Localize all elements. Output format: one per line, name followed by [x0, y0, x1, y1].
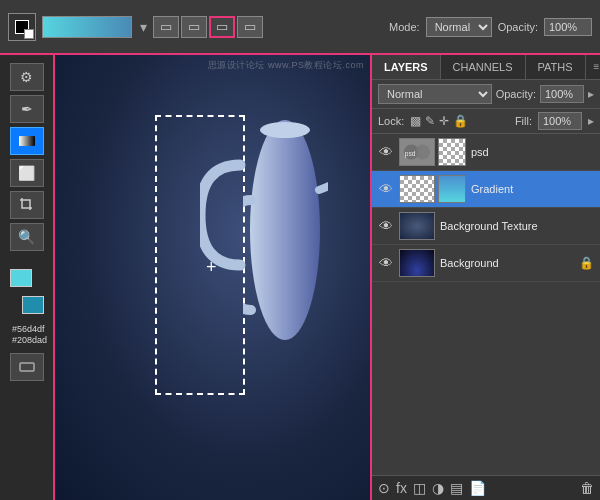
lock-icons: ▩ ✎ ✛ 🔒 [410, 114, 468, 128]
svg-rect-0 [19, 136, 35, 146]
blend-mode-row: Normal Opacity: ▸ [372, 80, 600, 109]
layer-thumb2-psd [438, 138, 466, 166]
layer-row-gradient[interactable]: 👁 Gradient [372, 171, 600, 208]
layer-name-bg: Background [440, 257, 574, 269]
lock-label: Lock: [378, 115, 404, 127]
layer-row-bg[interactable]: 👁 Background 🔒 [372, 245, 600, 282]
footer-delete-icon[interactable]: 🗑 [580, 480, 594, 496]
fill-label: Fill: [515, 115, 532, 127]
layer-visibility-gradient[interactable]: 👁 [378, 181, 394, 197]
layer-thumb-gradient-blue [438, 175, 466, 203]
footer-adjust-icon[interactable]: ◑ [432, 480, 444, 496]
tool-rect[interactable]: ⬜ [10, 159, 44, 187]
svg-point-2 [250, 120, 320, 340]
tool-pen[interactable]: ✒ [10, 95, 44, 123]
layer-name-psd: psd [471, 146, 594, 158]
panel-tabs: LAYERS CHANNELS PATHS ≡ [372, 55, 600, 80]
mode-select[interactable]: Normal [426, 17, 492, 37]
layer-thumb-psd: psd [399, 138, 435, 166]
shape-btn-0[interactable]: ▭ [153, 16, 179, 38]
svg-point-6 [415, 144, 430, 159]
color-labels: #56d4df #208dad [6, 324, 47, 345]
lock-all-btn[interactable]: 🔒 [453, 114, 468, 128]
layers-list: 👁 psd psd [372, 134, 600, 475]
footer-fx-icon[interactable]: fx [396, 480, 407, 496]
mode-label: Mode: [389, 21, 420, 33]
fg-color-swatch[interactable] [10, 269, 32, 287]
canvas-area[interactable]: 思源设计论坛 www.PS教程论坛.com [55, 55, 370, 500]
footer-group-icon[interactable]: ▤ [450, 480, 463, 496]
svg-text:psd: psd [405, 150, 416, 158]
tool-settings[interactable]: ⚙ [10, 63, 44, 91]
lock-move-btn[interactable]: ✛ [439, 114, 449, 128]
layer-thumb-gradient-checker [399, 175, 435, 203]
toolbox: ⚙ ✒ ⬜ 🔍 #56d4d [0, 55, 55, 500]
opacity-value-input[interactable] [540, 85, 584, 103]
layer-row-psd[interactable]: 👁 psd psd [372, 134, 600, 171]
layer-visibility-psd[interactable]: 👁 [378, 144, 394, 160]
shape-btn-3[interactable]: ▭ [237, 16, 263, 38]
tab-paths[interactable]: PATHS [526, 55, 586, 79]
tool-zoom[interactable]: 🔍 [10, 223, 44, 251]
panel-footer: ⊙ fx ◫ ◑ ▤ 📄 🗑 [372, 475, 600, 500]
tool-extra[interactable] [10, 353, 44, 381]
gradient-picker[interactable] [42, 16, 132, 38]
shape-btn-1[interactable]: ▭ [181, 16, 207, 38]
lock-pixels-btn[interactable]: ▩ [410, 114, 421, 128]
layer-thumb-texture [399, 212, 435, 240]
color-swatches [6, 265, 48, 320]
layer-row-texture[interactable]: 👁 Background Texture [372, 208, 600, 245]
layer-lock-icon-bg: 🔒 [579, 256, 594, 270]
lock-position-btn[interactable]: ✎ [425, 114, 435, 128]
layer-thumb-bg [399, 249, 435, 277]
opacity-input[interactable] [544, 18, 592, 36]
toolbar: ▾ ▭ ▭ ▭ ▭ Mode: Normal Opacity: [0, 0, 600, 55]
svg-rect-1 [20, 363, 34, 371]
footer-mask-icon[interactable]: ◫ [413, 480, 426, 496]
blend-mode-select[interactable]: Normal [378, 84, 492, 104]
layer-name-gradient: Gradient [471, 183, 594, 195]
opacity-label: Opacity: [498, 21, 538, 33]
opacity-arrow[interactable]: ▸ [588, 87, 594, 101]
tool-gradient[interactable] [10, 127, 44, 155]
fg-color-label: #56d4df [12, 324, 45, 334]
kettle-body [243, 120, 328, 360]
footer-link-icon[interactable]: ⊙ [378, 480, 390, 496]
layer-visibility-texture[interactable]: 👁 [378, 218, 394, 234]
bg-color-swatch[interactable] [22, 296, 44, 314]
main-area: ⚙ ✒ ⬜ 🔍 #56d4d [0, 55, 600, 500]
kettle-handle-left [200, 155, 250, 278]
footer-new-layer-icon[interactable]: 📄 [469, 480, 486, 496]
gradient-dropdown[interactable]: ▾ [140, 19, 147, 35]
watermark-text: 思源设计论坛 www.PS教程论坛.com [208, 59, 364, 72]
fill-value-input[interactable] [538, 112, 582, 130]
swatch-button[interactable] [8, 13, 36, 41]
layer-visibility-bg[interactable]: 👁 [378, 255, 394, 271]
fill-arrow[interactable]: ▸ [588, 114, 594, 128]
tool-crop[interactable] [10, 191, 44, 219]
layer-name-texture: Background Texture [440, 220, 594, 232]
tab-channels[interactable]: CHANNELS [441, 55, 526, 79]
panel-menu-icon[interactable]: ≡ [586, 55, 600, 79]
layers-panel: LAYERS CHANNELS PATHS ≡ Normal Opacity: … [370, 55, 600, 500]
svg-point-3 [260, 122, 310, 138]
shape-btn-2[interactable]: ▭ [209, 16, 235, 38]
shape-buttons: ▭ ▭ ▭ ▭ [153, 16, 263, 38]
lock-row: Lock: ▩ ✎ ✛ 🔒 Fill: ▸ [372, 109, 600, 134]
tab-layers[interactable]: LAYERS [372, 55, 441, 79]
opacity-label: Opacity: [496, 88, 536, 100]
bg-color-label: #208dad [12, 335, 47, 345]
